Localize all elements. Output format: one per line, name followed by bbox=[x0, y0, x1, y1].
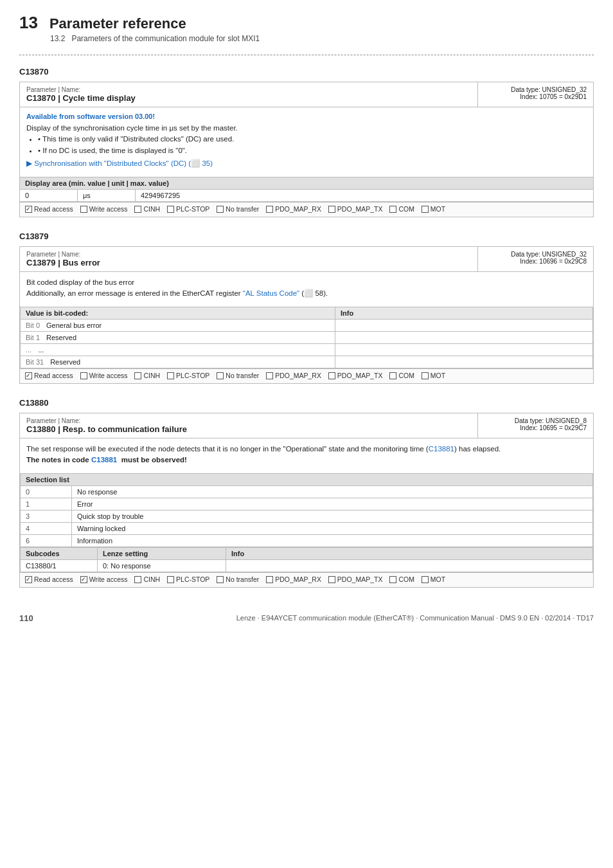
section-c13879-label: C13879 bbox=[19, 231, 594, 241]
access-plcstop-c13879: PLC-STOP bbox=[167, 372, 209, 379]
pdomaprx-checkbox-c13870 bbox=[266, 206, 273, 213]
access-com-c13879: COM bbox=[389, 372, 414, 379]
plcstop-checkbox-c13880 bbox=[167, 576, 174, 583]
param-c13880-datatype: Data type: UNSIGNED_8 Index: 10695 = 0x2… bbox=[477, 413, 593, 438]
footer-text: Lenze · E94AYCET communication module (E… bbox=[236, 614, 594, 622]
dc-link-c13870[interactable]: ▶ Synchronisation with "Distributed Cloc… bbox=[26, 159, 213, 167]
display-area-row-c13870: 0 μs 4294967295 bbox=[20, 190, 593, 202]
lenze-setting-c13880-1: 0: No response bbox=[98, 560, 226, 572]
plcstop-checkbox-c13879 bbox=[167, 372, 174, 379]
access-write-c13880: Write access bbox=[80, 575, 128, 583]
write-access-checkbox-c13879 bbox=[80, 372, 87, 379]
cinh-checkbox-c13879 bbox=[134, 372, 141, 379]
access-notransfer-c13880: No transfer bbox=[217, 575, 259, 583]
param-c13880-body: The set response will be executed if the… bbox=[20, 439, 593, 474]
selection-list-header: Selection list bbox=[21, 474, 593, 486]
notransfer-checkbox-c13880 bbox=[217, 576, 224, 583]
access-plcstop-c13880: PLC-STOP bbox=[167, 575, 209, 583]
access-notransfer-c13879: No transfer bbox=[217, 372, 259, 379]
pdomaptx-checkbox-c13880 bbox=[328, 576, 335, 583]
read-access-checkbox-c13879 bbox=[25, 372, 32, 379]
available-note-c13870: Available from software version 03.00! bbox=[26, 113, 587, 120]
section-title: Parameters of the communication module f… bbox=[71, 34, 260, 43]
c13881-link-1[interactable]: C13881 bbox=[429, 445, 454, 453]
selection-table-c13880: Selection list 0 No response 1 Error 3 Q… bbox=[20, 473, 593, 547]
param-c13870-header-label: Parameter | Name: bbox=[26, 86, 136, 93]
pdomaptx-checkbox-c13870 bbox=[328, 206, 335, 213]
mot-checkbox-c13880 bbox=[422, 576, 429, 583]
sel-label-3: Quick stop by trouble bbox=[72, 511, 593, 523]
access-cinh-c13870: CINH bbox=[134, 205, 160, 213]
param-c13870-name: C13870 | Cycle time display bbox=[26, 93, 136, 103]
al-status-code-link[interactable]: "AL Status Code" bbox=[243, 289, 299, 297]
info-1 bbox=[335, 332, 593, 344]
access-mot-c13870: MOT bbox=[422, 205, 445, 213]
sel-value-1: 1 bbox=[21, 498, 72, 511]
bit-label-ellipsis: ...... bbox=[21, 344, 335, 356]
mot-checkbox-c13879 bbox=[422, 372, 429, 379]
table-row: Bit 0General bus error bbox=[21, 320, 593, 332]
bit-label-31: Bit 31Reserved bbox=[21, 356, 335, 368]
table-row: 4 Warning locked bbox=[21, 523, 593, 535]
access-row-c13870: Read access Write access CINH PLC-STOP N… bbox=[20, 202, 593, 217]
access-read-c13879: Read access bbox=[25, 372, 73, 379]
table-row: 1 Error bbox=[21, 498, 593, 511]
access-cinh-c13880: CINH bbox=[134, 575, 160, 583]
bit-col-header: Value is bit-coded: bbox=[21, 307, 335, 320]
access-pdomaptx-c13879: PDO_MAP_TX bbox=[328, 372, 383, 379]
info-col-header: Info bbox=[335, 307, 593, 320]
page-footer: 110 Lenze · E94AYCET communication modul… bbox=[19, 613, 594, 623]
mot-checkbox-c13870 bbox=[422, 206, 429, 213]
param-c13879-header-label: Parameter | Name: bbox=[26, 251, 100, 258]
param-c13870-datatype: Data type: UNSIGNED_32 Index: 10705 = 0x… bbox=[477, 82, 593, 107]
access-notransfer-c13870: No transfer bbox=[217, 205, 259, 213]
param-card-c13870: Parameter | Name: C13870 | Cycle time di… bbox=[19, 82, 594, 217]
access-plcstop-c13870: PLC-STOP bbox=[167, 205, 209, 213]
read-access-checkbox-c13880 bbox=[25, 576, 32, 583]
param-c13879-datatype: Data type: UNSIGNED_32 Index: 10696 = 0x… bbox=[477, 247, 593, 271]
display-min-c13870: 0 bbox=[20, 190, 78, 201]
read-access-checkbox-c13870 bbox=[25, 206, 32, 213]
access-pdomaprx-c13870: PDO_MAP_RX bbox=[266, 205, 321, 213]
info-31 bbox=[335, 356, 593, 368]
sel-label-6: Information bbox=[72, 535, 593, 547]
param-c13879-header-left: Parameter | Name: C13879 | Bus error bbox=[20, 247, 107, 271]
com-checkbox-c13880 bbox=[389, 576, 396, 583]
sel-value-0: 0 bbox=[21, 486, 72, 498]
chapter-title: Parameter reference bbox=[49, 15, 186, 32]
page-header: 13 Parameter reference 13.2 Parameters o… bbox=[19, 13, 594, 43]
access-com-c13880: COM bbox=[389, 575, 414, 583]
access-write-c13879: Write access bbox=[80, 372, 128, 379]
section-c13880-label: C13880 bbox=[19, 398, 594, 408]
sel-value-6: 6 bbox=[21, 535, 72, 547]
table-row: 6 Information bbox=[21, 535, 593, 547]
bit-label-1: Bit 1Reserved bbox=[21, 332, 335, 344]
notransfer-checkbox-c13870 bbox=[217, 206, 224, 213]
param-c13880-desc: The set response will be executed if the… bbox=[26, 444, 587, 466]
sel-value-4: 4 bbox=[21, 523, 72, 535]
table-row: 0 No response bbox=[21, 486, 593, 498]
sel-label-4: Warning locked bbox=[72, 523, 593, 535]
access-com-c13870: COM bbox=[389, 205, 414, 213]
bit-table-c13879: Value is bit-coded: Info Bit 0General bu… bbox=[20, 307, 593, 368]
section-subtitle: 13.2 Parameters of the communication mod… bbox=[50, 34, 594, 43]
access-write-c13870: Write access bbox=[80, 205, 128, 213]
param-c13879-header: Parameter | Name: C13879 | Bus error Dat… bbox=[20, 247, 593, 272]
param-c13880-name: C13880 | Resp. to communication failure bbox=[26, 424, 187, 434]
sel-label-1: Error bbox=[72, 498, 593, 511]
bit-label-0: Bit 0General bus error bbox=[21, 320, 335, 332]
cinh-checkbox-c13880 bbox=[134, 576, 141, 583]
param-c13880-header-label: Parameter | Name: bbox=[26, 417, 187, 424]
info-ellipsis bbox=[335, 344, 593, 356]
access-mot-c13880: MOT bbox=[422, 575, 445, 583]
param-card-c13879: Parameter | Name: C13879 | Bus error Dat… bbox=[19, 246, 594, 384]
param-c13870-body: Available from software version 03.00! D… bbox=[20, 107, 593, 177]
access-read-c13880: Read access bbox=[25, 575, 73, 583]
param-card-c13880: Parameter | Name: C13880 | Resp. to comm… bbox=[19, 413, 594, 588]
param-c13870-desc: Display of the synchronisation cycle tim… bbox=[26, 123, 587, 169]
access-pdomaprx-c13879: PDO_MAP_RX bbox=[266, 372, 321, 379]
page-number: 110 bbox=[19, 613, 33, 623]
info-col-header-subcodes: Info bbox=[226, 548, 593, 560]
table-row: Bit 1Reserved bbox=[21, 332, 593, 344]
c13881-link-2[interactable]: C13881 bbox=[91, 456, 117, 464]
